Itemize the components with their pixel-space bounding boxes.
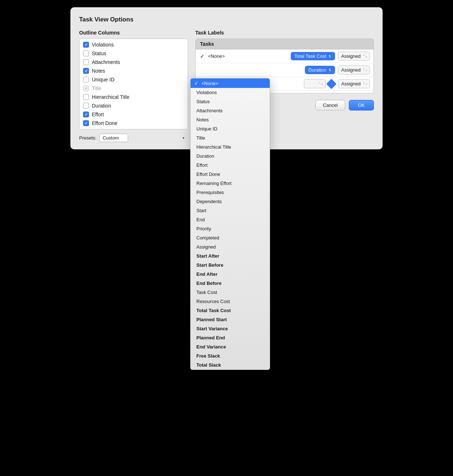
row1-assigned-select[interactable]: Assigned	[338, 52, 370, 61]
status-checkbox[interactable]	[83, 51, 89, 56]
popup-item[interactable]: Unique ID	[191, 124, 270, 133]
popup-item[interactable]: Priority	[191, 224, 270, 233]
popup-item[interactable]: Free Slack	[191, 351, 270, 360]
popup-item[interactable]: Resources Cost	[191, 297, 270, 306]
attachments-label: Attachments	[92, 59, 120, 65]
popup-item[interactable]: Prerequisites	[191, 188, 270, 197]
popup-item[interactable]: Start	[191, 206, 270, 215]
label-row-1: ✓ <None> Total Task Cost ⇅ Assigned	[196, 49, 374, 63]
popup-item[interactable]: End Variance	[191, 342, 270, 351]
presets-label: Presets:	[79, 135, 97, 141]
effort-done-label: Effort Done	[92, 120, 118, 126]
title-checkbox	[83, 85, 89, 91]
duration-checkbox[interactable]	[83, 103, 89, 109]
task-view-options-dialog: Task View Options Outline Columns Violat…	[70, 7, 383, 149]
notes-checkbox[interactable]	[83, 68, 89, 74]
list-item[interactable]: Unique ID	[79, 75, 188, 84]
list-item[interactable]: Attachments	[79, 58, 188, 66]
popup-item[interactable]: Total Slack	[191, 360, 270, 370]
popup-item[interactable]: Hierarchical Title	[191, 142, 270, 152]
duration-label: Duration	[92, 103, 111, 109]
hierarchical-title-checkbox[interactable]	[83, 94, 89, 100]
effort-done-checkbox[interactable]	[83, 120, 89, 126]
total-task-cost-label: Total Task Cost	[294, 53, 326, 59]
popup-none-label: <None>	[201, 81, 218, 86]
popup-checkmark: ✓	[194, 80, 199, 86]
list-item[interactable]: Notes	[79, 66, 188, 75]
diamond-icon	[326, 78, 336, 89]
popup-item[interactable]: Remaining Effort	[191, 179, 270, 188]
popup-item[interactable]: Start Before	[191, 261, 270, 270]
title-label: Title	[92, 85, 101, 91]
popup-item[interactable]: Violations	[191, 88, 270, 97]
list-item[interactable]: Duration	[79, 101, 188, 110]
row1-checkmark: ✓	[199, 53, 205, 59]
tasks-section-header: Tasks	[196, 39, 374, 49]
popup-item[interactable]: Assigned	[191, 242, 270, 251]
popup-item[interactable]: Dependents	[191, 197, 270, 206]
row3-stepper[interactable]	[304, 79, 326, 88]
outline-columns-panel: Outline Columns Violations Status Attach…	[79, 30, 188, 142]
popup-item[interactable]: Effort	[191, 161, 270, 170]
effort-checkbox[interactable]	[83, 112, 89, 117]
outline-columns-title: Outline Columns	[79, 30, 188, 36]
popup-item[interactable]: Total Task Cost	[191, 306, 270, 315]
popup-item[interactable]: End	[191, 215, 270, 224]
popup-item[interactable]: Planned Start	[191, 315, 270, 324]
task-labels-title: Task Labels	[195, 30, 374, 36]
violations-checkbox[interactable]	[83, 42, 89, 48]
popup-item[interactable]: Duration	[191, 152, 270, 161]
row2-assigned-select[interactable]: Assigned	[338, 65, 370, 74]
status-label: Status	[92, 51, 106, 56]
popup-selected-row[interactable]: ✓ <None>	[191, 78, 270, 88]
total-task-cost-dropdown[interactable]: Total Task Cost ⇅	[291, 52, 335, 60]
attachments-checkbox[interactable]	[83, 59, 89, 65]
dropdown-arrows: ⇅	[328, 55, 331, 58]
list-item[interactable]: Violations	[79, 40, 188, 49]
dropdown-popup: ✓ <None> Violations Status Attachments N…	[190, 78, 270, 370]
cancel-button[interactable]: Cancel	[315, 100, 345, 110]
unique-id-label: Unique ID	[92, 77, 114, 82]
list-item[interactable]: Effort Done	[79, 119, 188, 128]
row3-assigned-select[interactable]: Assigned	[338, 79, 370, 88]
popup-item[interactable]: Planned End	[191, 333, 270, 342]
popup-item[interactable]: Start After	[191, 251, 270, 261]
popup-item[interactable]: Title	[191, 133, 270, 142]
list-item[interactable]: Hierarchical Title	[79, 93, 188, 101]
effort-label: Effort	[92, 112, 104, 117]
popup-item[interactable]: Status	[191, 97, 270, 106]
popup-item[interactable]: Attachments	[191, 106, 270, 115]
popup-item[interactable]: Notes	[191, 115, 270, 124]
popup-item[interactable]: Completed	[191, 233, 270, 242]
row1-none-label: <None>	[208, 53, 288, 59]
list-item[interactable]: Status	[79, 49, 188, 58]
label-row-2: Duration ⇅ Assigned	[196, 63, 374, 77]
unique-id-checkbox[interactable]	[83, 77, 89, 82]
popup-item[interactable]: Start Variance	[191, 324, 270, 333]
ok-button[interactable]: OK	[349, 100, 374, 110]
list-item: Title	[79, 84, 188, 93]
dropdown-popup-overlay: ✓ <None> Violations Status Attachments N…	[190, 78, 270, 370]
dialog-title: Task View Options	[79, 16, 374, 23]
presets-select[interactable]: Custom Default Minimal Full	[99, 134, 128, 142]
duration-dropdown[interactable]: Duration ⇅	[305, 66, 335, 74]
duration-label: Duration	[309, 67, 326, 73]
presets-row: Presets: Custom Default Minimal Full	[79, 134, 188, 142]
list-item[interactable]: Effort	[79, 110, 188, 119]
violations-label: Violations	[92, 42, 114, 48]
popup-item[interactable]: Effort Done	[191, 170, 270, 179]
hierarchical-title-label: Hierarchical Title	[92, 94, 129, 100]
popup-item[interactable]: End After	[191, 270, 270, 279]
outline-columns-list: Violations Status Attachments Notes Uniq…	[79, 39, 188, 129]
notes-label: Notes	[92, 68, 105, 74]
popup-item[interactable]: End Before	[191, 279, 270, 288]
dropdown-arrows-2: ⇅	[328, 68, 331, 72]
popup-item[interactable]: Task Cost	[191, 288, 270, 297]
